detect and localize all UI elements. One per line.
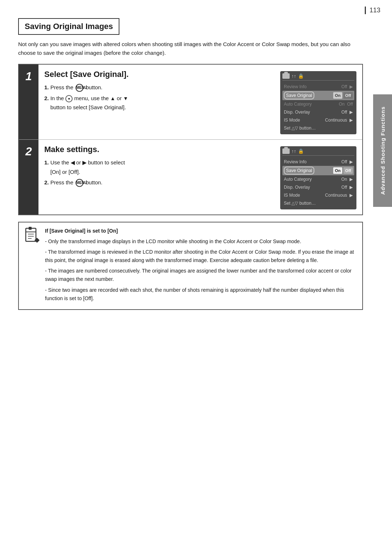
note-icon-col [24,227,40,305]
lcd2-row-3: Disp. OverlayOff ▶ [282,183,354,191]
lcd1-row-0: Review InfoOff ▶ [282,83,354,91]
section-title-box: Saving Original Images [18,18,119,35]
note-bullet-1: - Only the transformed image displays in… [45,237,357,246]
lcd2-row-0: Review InfoOff ▶ [282,158,354,166]
lcd1-row-3: Disp. OverlayOff ▶ [282,108,354,116]
steps-container: 1 Select [Save Original]. 1. Press the M… [18,64,363,215]
lcd-menu-2: ↑↑ 🔒 Review InfoOff ▶ Save Original On O… [280,146,356,209]
lcd2-row-1-highlighted: Save Original On Off [282,166,354,175]
note-text: If [Save Original] is set to [On] - Only… [45,227,357,305]
page-number: 113 [365,7,380,14]
step-1-row: 1 Select [Save Original]. 1. Press the M… [19,65,362,140]
note-icon [24,227,40,244]
lcd2-row-2: Auto CategoryOn ▶ [282,175,354,183]
note-bullet-2: - The transformed image is reviewed in t… [45,248,357,265]
lcd2-row-5: Set △▽ button… [282,199,354,207]
step-1-heading: Select [Save Original]. [44,70,274,79]
step-2-row: 2 Make settings. 1. Use the ◀ or ▶ butto… [19,140,362,214]
note-title: If [Save Original] is set to [On] [45,228,118,234]
step-1-content: Select [Save Original]. 1. Press the MEN… [38,65,362,139]
lcd1-row-1-highlighted: Save Original On Off [282,91,354,100]
note-bullet-4: - Since two images are recorded with eac… [45,286,357,303]
lcd1-row-5: Set △▽ button… [282,124,354,132]
step-2-number: 2 [19,140,38,214]
note-box: If [Save Original] is set to [On] - Only… [18,222,363,310]
section-title: Saving Original Images [25,22,113,31]
svg-rect-0 [26,228,36,241]
sidebar-tab: Advanced Shooting Functions [373,94,392,207]
step-2-text: Make settings. 1. Use the ◀ or ▶ button … [44,145,274,209]
step-2-instructions: 1. Use the ◀ or ▶ button to select [On] … [44,158,274,187]
note-bullet-3: - The images are numbered consecutively.… [45,267,357,283]
step-1-number: 1 [19,65,38,139]
sidebar-label: Advanced Shooting Functions [380,106,386,195]
main-content: Saving Original Images Not only can you … [18,18,363,537]
lcd1-row-4: IS ModeContinuous ▶ [282,116,354,124]
lcd-menu-1: ↑↑ 🔒 Review InfoOff ▶ Save Original On O… [280,71,356,134]
svg-rect-5 [29,227,32,230]
svg-rect-6 [34,238,40,243]
step-2-heading: Make settings. [44,145,274,154]
menu-icon-2: MENU [75,179,83,187]
lcd1-row-2: Auto CategoryOn Off [282,100,354,108]
step-1-text: Select [Save Original]. 1. Press the MEN… [44,70,274,134]
lcd2-row-4: IS ModeContinuous ▶ [282,191,354,199]
intro-text: Not only can you save images with altere… [18,40,363,57]
step-2-content: Make settings. 1. Use the ◀ or ▶ button … [38,140,362,214]
step-1-instructions: 1. Press the MENU button. 2. In the ● me… [44,83,274,112]
menu-icon-1: MENU [75,84,83,92]
